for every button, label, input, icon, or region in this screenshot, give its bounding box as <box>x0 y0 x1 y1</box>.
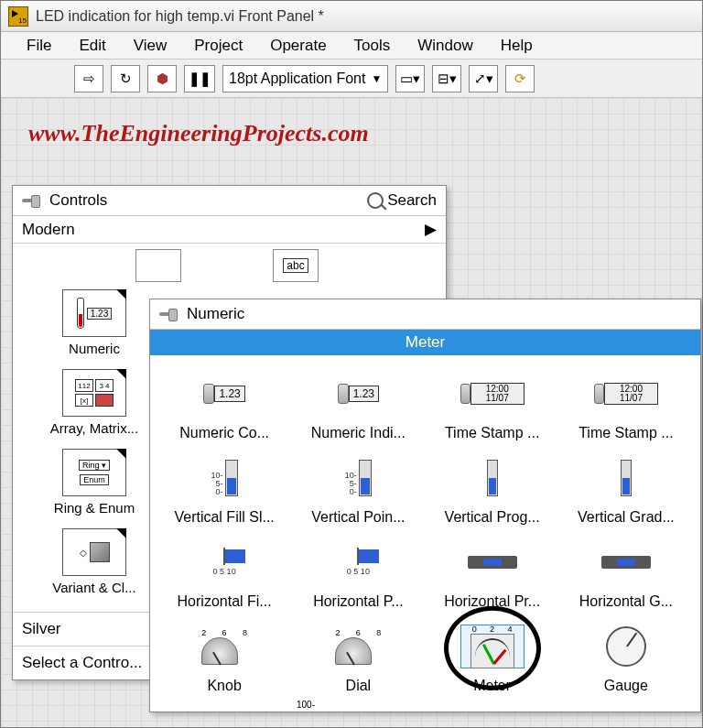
numeric-item-label: Gauge <box>561 678 691 694</box>
palette-subcat-modern[interactable]: Modern ▶ <box>13 216 446 244</box>
meter-icon <box>470 634 514 668</box>
numeric-item-label: Knob <box>159 678 289 694</box>
menu-tools[interactable]: Tools <box>341 33 404 59</box>
vertical-bar-icon <box>487 460 498 496</box>
menu-operate[interactable]: Operate <box>257 33 339 59</box>
numeric-item-label: Time Stamp ... <box>561 425 691 441</box>
gauge-icon <box>606 626 646 667</box>
palette-cat-label: Numeric <box>35 341 154 356</box>
numeric-item-vertical-prog[interactable]: Vertical Prog... <box>426 447 559 531</box>
palette-cat-label: Array, Matrix... <box>35 420 154 436</box>
horizontal-slide-icon <box>357 548 359 565</box>
search-icon <box>367 192 384 209</box>
palette-cat-ring-enum[interactable]: Ring ▾ Enum Ring & Enum <box>35 449 154 516</box>
subpalette-title: Numeric <box>187 305 244 323</box>
pin-icon[interactable] <box>159 306 179 322</box>
font-combo[interactable]: 18pt Application Font ▼ <box>222 65 388 92</box>
numeric-item-numeric-co[interactable]: 1.23 Numeric Co... <box>157 363 291 447</box>
numeric-item-time-stamp[interactable]: 12:00 11/07 Time Stamp ... <box>426 363 559 447</box>
numeric-display-icon: 1.23 <box>214 386 244 402</box>
resize-objects-button[interactable]: ⤢▾ <box>469 65 498 92</box>
menubar: File Edit View Project Operate Tools Win… <box>1 32 702 60</box>
pin-icon[interactable] <box>22 192 42 209</box>
timestamp-icon: 12:00 11/07 <box>604 383 658 405</box>
align-objects-button[interactable]: ▭▾ <box>395 65 425 92</box>
numeric-item-label: Numeric Indi... <box>293 425 423 441</box>
numeric-item-label: Numeric Co... <box>159 425 289 441</box>
reorder-button[interactable]: ⟳ <box>505 65 535 92</box>
watermark-text: www.TheEngineeringProjects.com <box>28 120 369 147</box>
pause-button[interactable]: ❚❚ <box>184 65 215 92</box>
enum-icon: Enum <box>80 474 109 485</box>
array-matrix-icon: 1123 4[x] <box>75 379 114 407</box>
timestamp-icon: 12:00 11/07 <box>470 383 525 405</box>
variant-icon: ◇ <box>80 548 87 558</box>
search-label: Search <box>387 191 437 210</box>
palette-search[interactable]: Search <box>367 191 437 210</box>
numeric-item-numeric-indi[interactable]: 1.23 Numeric Indi... <box>291 363 425 447</box>
numeric-item-label: Time Stamp ... <box>427 425 557 441</box>
scale-ticks: 268 <box>335 628 381 637</box>
numeric-display-icon: 1.23 <box>349 386 379 402</box>
numeric-item-gauge[interactable]: Gauge <box>559 615 693 700</box>
abort-button[interactable]: ⬢ <box>147 65 177 92</box>
vertical-slide-icon <box>359 460 372 496</box>
vertical-bar-icon <box>621 460 632 496</box>
numeric-item-vertical-fill-sl[interactable]: 10-5-0- Vertical Fill Sl... <box>157 447 291 531</box>
menu-window[interactable]: Window <box>405 33 485 59</box>
menu-view[interactable]: View <box>121 33 180 59</box>
numeric-item-label: Horizontal Fi... <box>159 593 289 610</box>
numeric-item-label: Horizontal Pr... <box>427 593 557 610</box>
scale-ticks: 0 5 10 <box>213 567 236 576</box>
numeric-subpalette: Numeric Meter 1.23 Numeric Co... 1.23 Nu… <box>149 299 701 712</box>
horizontal-bar-icon <box>601 556 651 569</box>
numeric-item-label: Vertical Fill Sl... <box>159 509 289 526</box>
palette-cat-numeric[interactable]: 1.23 Numeric <box>35 289 154 356</box>
distribute-objects-button[interactable]: ⊟▾ <box>432 65 461 92</box>
run-button[interactable]: ⇨ <box>74 65 103 92</box>
chevron-down-icon: ▼ <box>371 72 382 85</box>
palette-cat-label: Ring & Enum <box>35 500 154 516</box>
scale-ticks: 0 5 10 <box>347 567 370 576</box>
window-title: LED indication for high temp.vi Front Pa… <box>36 8 324 25</box>
numeric-sample: 1.23 <box>87 308 112 320</box>
horizontal-slide-icon <box>223 548 225 565</box>
subpalette-indicator-icon <box>116 369 126 379</box>
knob-icon <box>201 637 238 665</box>
numeric-item-dial[interactable]: 268 Dial <box>291 615 425 700</box>
run-continuously-button[interactable]: ↻ <box>111 65 140 92</box>
numeric-item-knob[interactable]: 268 Knob <box>157 615 291 700</box>
numeric-item-vertical-poin[interactable]: 10-5-0- Vertical Poin... <box>291 447 425 531</box>
numeric-item-label: Vertical Prog... <box>427 509 557 526</box>
spinner-icon <box>203 384 214 404</box>
string-icon: abc <box>283 258 308 273</box>
palette-cat-variant-class[interactable]: ◇ Variant & Cl... <box>35 528 154 595</box>
menu-edit[interactable]: Edit <box>66 33 118 59</box>
spinner-icon <box>460 384 470 404</box>
menu-project[interactable]: Project <box>181 33 255 59</box>
footer-ticks: 100- <box>150 700 700 712</box>
palette-title: Controls <box>49 191 107 210</box>
numeric-item-label: Dial <box>293 678 423 694</box>
numeric-item-vertical-grad[interactable]: Vertical Grad... <box>559 447 693 531</box>
subpalette-indicator-icon <box>116 449 126 459</box>
numeric-item-label: Vertical Grad... <box>561 509 691 526</box>
menu-help[interactable]: Help <box>488 33 546 59</box>
spinner-icon <box>594 384 604 404</box>
numeric-item-horizontal-fi[interactable]: 0 5 10 Horizontal Fi... <box>157 531 291 615</box>
class-cube-icon <box>90 542 110 562</box>
font-label: 18pt Application Font <box>229 71 365 87</box>
subpalette-selection-banner: Meter <box>150 330 700 355</box>
numeric-item-horizontal-pr[interactable]: Horizontal Pr... <box>426 531 559 615</box>
vertical-slide-icon <box>225 460 238 496</box>
thermometer-icon <box>77 298 84 329</box>
menu-file[interactable]: File <box>14 33 64 59</box>
palette-cat-array-matrix[interactable]: 1123 4[x] Array, Matrix... <box>35 369 154 436</box>
palette-subcat-label: Modern <box>22 221 75 239</box>
numeric-item-horizontal-g[interactable]: Horizontal G... <box>559 531 693 615</box>
subpalette-indicator-icon <box>116 289 126 299</box>
numeric-item-meter[interactable]: 024 Meter <box>426 615 559 700</box>
palette-cat-label: Variant & Cl... <box>35 580 154 595</box>
numeric-item-horizontal-p[interactable]: 0 5 10 Horizontal P... <box>291 531 425 615</box>
numeric-item-time-stamp[interactable]: 12:00 11/07 Time Stamp ... <box>559 363 693 447</box>
